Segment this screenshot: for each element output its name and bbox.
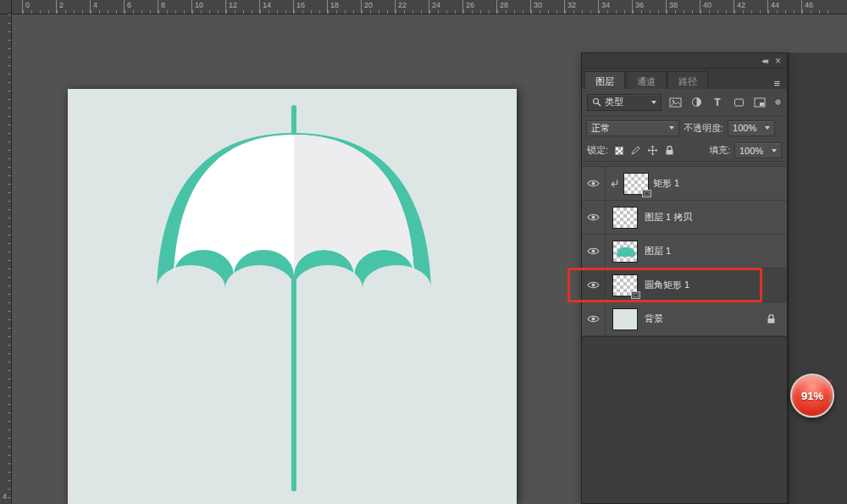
panel-menu-icon[interactable]: ≡ <box>773 78 780 89</box>
chevron-down-icon <box>651 101 656 104</box>
document-canvas[interactable] <box>68 89 517 504</box>
ruler-tick: 26 <box>462 0 496 14</box>
search-icon <box>592 97 601 107</box>
ruler-number: 40 <box>703 2 711 9</box>
ruler-number: 8 <box>161 2 165 9</box>
ruler-number: 2 <box>59 2 64 9</box>
ruler-tick: 16 <box>293 0 327 14</box>
layer-name[interactable]: 图层 1 拷贝 <box>645 211 692 224</box>
layer-thumbnail[interactable] <box>623 173 649 195</box>
opacity-select[interactable]: 100% <box>728 120 775 136</box>
ruler-number: 26 <box>466 2 474 9</box>
ruler-number: 20 <box>364 2 373 9</box>
layer-row-rounded-rectangle-1[interactable]: 圆角矩形 1 <box>582 269 787 302</box>
scroll-down-arrow-icon: ↓ <box>828 391 833 404</box>
blend-mode-select[interactable]: 正常 <box>586 120 679 136</box>
ruler-tick: 20 <box>361 0 395 14</box>
ruler-tick: 32 <box>564 0 598 14</box>
layers-panel: ◂◂ × 图层 通道 路径 ≡ 类型 <box>581 53 788 504</box>
layer-row-rectangle-1[interactable]: 矩形 1 <box>582 167 787 201</box>
tab-layers[interactable]: 图层 <box>584 71 625 89</box>
ruler-number: 28 <box>500 2 508 9</box>
ruler-number: 12 <box>229 2 237 9</box>
ruler-tick: 8 <box>158 0 191 14</box>
filter-pixel-layers-icon[interactable] <box>667 96 683 109</box>
umbrella-thumbnail-shape <box>617 247 635 257</box>
eye-icon <box>587 314 600 324</box>
ruler-number: 46 <box>805 2 813 9</box>
filter-shape-layers-icon[interactable] <box>731 96 746 109</box>
layer-row-layer-1[interactable]: 图层 1 <box>582 235 787 269</box>
layer-name[interactable]: 圆角矩形 1 <box>645 279 689 291</box>
visibility-toggle[interactable] <box>582 269 606 302</box>
visibility-toggle[interactable] <box>582 235 606 268</box>
filter-kind-label: 类型 <box>605 96 623 108</box>
background-lock-icon <box>766 313 777 324</box>
ruler-tick: 46 <box>801 0 835 14</box>
ruler-tick: 34 <box>598 0 632 14</box>
ruler-number: 38 <box>669 2 678 9</box>
ruler-tick: 30 <box>530 0 564 14</box>
ruler-number: 14 <box>263 2 271 9</box>
clipping-mask-arrow-icon <box>609 179 619 189</box>
vector-mask-badge-icon <box>642 190 651 197</box>
blend-options-row: 正常 不透明度: 100% <box>582 116 787 140</box>
ruler-tick: 4 <box>90 0 124 14</box>
layer-thumbnail[interactable] <box>612 207 638 229</box>
collapse-panel-icon[interactable]: ◂◂ <box>761 56 767 65</box>
ruler-tick: 42 <box>734 0 767 14</box>
tab-channels[interactable]: 通道 <box>626 71 667 89</box>
ruler-number: 34 <box>601 2 610 9</box>
chevron-down-icon <box>772 149 777 152</box>
ruler-number: 10 <box>195 2 203 9</box>
ruler-tick: 18 <box>327 0 361 14</box>
ruler-number: 4 <box>93 2 97 9</box>
close-panel-icon[interactable]: × <box>775 55 781 67</box>
visibility-toggle[interactable] <box>582 302 606 335</box>
layer-name[interactable]: 背景 <box>645 313 663 325</box>
layer-thumbnail[interactable] <box>612 308 638 330</box>
lock-all-icon[interactable] <box>663 145 676 157</box>
lock-transparency-icon[interactable] <box>612 145 625 157</box>
photoshop-workspace: 0 2 4 6 8 10 12 <box>0 0 847 504</box>
filter-smart-objects-icon[interactable] <box>752 96 767 109</box>
layer-row-background[interactable]: 背景 <box>582 302 787 336</box>
eye-icon <box>587 179 600 188</box>
layer-filter-row: 类型 T <box>582 89 787 116</box>
layer-row-layer-1-copy[interactable]: 图层 1 拷贝 <box>582 201 787 235</box>
ruler-number: 32 <box>567 2 576 9</box>
eye-icon <box>587 246 600 256</box>
filter-adjustment-layers-icon[interactable] <box>689 96 704 109</box>
ruler-tick: 6 <box>124 0 158 14</box>
vector-mask-badge-icon <box>631 291 640 299</box>
fill-select[interactable]: 100% <box>734 142 782 158</box>
ruler-tick: 28 <box>496 0 530 14</box>
filter-type-layers-icon[interactable]: T <box>710 96 725 109</box>
ruler-number: 6 <box>127 2 131 9</box>
ruler-tick: 38 <box>666 0 700 14</box>
tab-paths[interactable]: 路径 <box>667 71 708 89</box>
ruler-number: 44 <box>771 2 779 9</box>
ruler-tick: 10 <box>191 0 225 14</box>
layer-thumbnail[interactable] <box>612 241 638 263</box>
vertical-ruler[interactable]: 4 <box>0 14 12 504</box>
filter-kind-select[interactable]: 类型 <box>587 94 662 111</box>
ruler-number: 16 <box>296 2 305 9</box>
panel-titlebar: ◂◂ × <box>582 53 787 69</box>
lock-position-move-icon[interactable] <box>646 145 659 157</box>
filter-toggle-light[interactable] <box>774 98 782 106</box>
layer-name[interactable]: 矩形 1 <box>653 177 679 190</box>
layer-thumbnail[interactable] <box>612 274 638 296</box>
lock-pixels-brush-icon[interactable] <box>629 145 642 157</box>
ruler-number: 4 <box>3 492 7 501</box>
visibility-toggle[interactable] <box>582 167 606 200</box>
visibility-toggle[interactable] <box>582 201 606 234</box>
ruler-number: 30 <box>534 2 542 9</box>
blend-mode-value: 正常 <box>591 122 610 135</box>
layer-name[interactable]: 图层 1 <box>645 245 671 258</box>
ruler-tick: 36 <box>632 0 666 14</box>
ruler-tick: 0 <box>22 0 56 14</box>
ruler-number: 0 <box>25 2 30 9</box>
horizontal-ruler[interactable]: 0 2 4 6 8 10 12 <box>0 0 847 14</box>
chevron-down-icon <box>765 126 770 130</box>
